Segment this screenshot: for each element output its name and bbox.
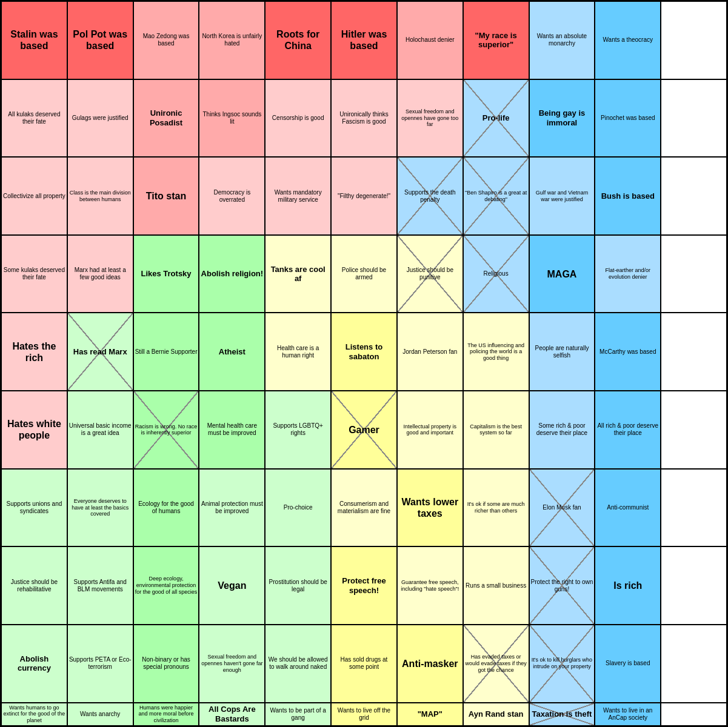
bingo-cell-61: Intellectual property is good and import…: [397, 391, 463, 469]
bingo-cell-49: Listens to sabaton: [331, 313, 397, 391]
bingo-cell-32: [661, 157, 727, 235]
bingo-cell-6: Holochaust denier: [397, 1, 463, 79]
bingo-cell-95: Has evaded taxes or would evade taxes if…: [463, 625, 529, 703]
bingo-cell-87: [661, 546, 727, 625]
bingo-cell-101: Humans were happier and more moral befor…: [133, 703, 199, 726]
bingo-cell-72: Wants lower taxes: [397, 469, 463, 547]
bingo-cell-0: Stalin was based: [1, 1, 67, 79]
bingo-cell-104: Wants to live off the grid: [331, 703, 397, 726]
bingo-cell-3: North Korea is unfairly hated: [199, 1, 265, 79]
bingo-cell-23: Class is the main division between human…: [67, 157, 133, 235]
bingo-cell-55: Hates white people: [1, 391, 67, 469]
political-compass-bingo: Stalin was basedPol Pot was basedMao Zed…: [0, 0, 728, 727]
bingo-cell-73: It's ok if some are much richer than oth…: [463, 469, 529, 547]
bingo-cell-29: "Ben Shapiro is a great at debating": [463, 157, 529, 235]
bingo-cell-66: Supports unions and syndicates: [1, 469, 67, 547]
bingo-cell-33: Some kulaks deserved their fate: [1, 235, 67, 313]
bingo-cell-96: It's ok to kill burglars who intrude on …: [529, 625, 595, 703]
bingo-cell-82: Protect free speech!: [331, 546, 397, 625]
bingo-cell-92: We should be allowed to walk around nake…: [265, 625, 331, 703]
bingo-cell-40: Religious: [463, 235, 529, 313]
bingo-cell-77: Justice should be rehabilitative: [1, 546, 67, 625]
bingo-cell-99: Wants humans to go extinct for the good …: [1, 703, 67, 726]
bingo-cell-108: Wants to live in an AnCap society: [595, 703, 661, 726]
bingo-cell-54: [661, 313, 727, 391]
bingo-cell-4: Roots for China: [265, 1, 331, 79]
bingo-cell-11: All kulaks deserved their fate: [1, 79, 67, 158]
bingo-cell-14: Thinks Ingsoc sounds lit: [199, 79, 265, 158]
bingo-cell-51: The US influencing and policing the worl…: [463, 313, 529, 391]
bingo-cell-84: Runs a small business: [463, 546, 529, 625]
bingo-cell-50: Jordan Peterson fan: [397, 313, 463, 391]
bingo-cell-22: Collectivize all property: [1, 157, 67, 235]
bingo-cell-79: Deep ecology, environmental protection f…: [133, 546, 199, 625]
bingo-cell-94: Anti-masker: [397, 625, 463, 703]
bingo-cell-67: Everyone deserves to have at least the b…: [67, 469, 133, 547]
bingo-cell-71: Consumerism and materialism are fine: [331, 469, 397, 547]
bingo-cell-38: Police should be armed: [331, 235, 397, 313]
bingo-cell-76: [661, 469, 727, 547]
bingo-cell-1: Pol Pot was based: [67, 1, 133, 79]
bingo-cell-42: Flat-earther and/or evolution denier: [595, 235, 661, 313]
bingo-cell-36: Abolish religion!: [199, 235, 265, 313]
bingo-cell-59: Supports LGBTQ+ rights: [265, 391, 331, 469]
bingo-cell-21: [661, 79, 727, 158]
bingo-cell-89: Supports PETA or Eco-terrorism: [67, 625, 133, 703]
bingo-cell-75: Anti-communist: [595, 469, 661, 547]
bingo-cell-9: Wants a theocracy: [595, 1, 661, 79]
bingo-cell-74: Elon Musk fan: [529, 469, 595, 547]
bingo-cell-31: Bush is based: [595, 157, 661, 235]
bingo-cell-16: Unironically thinks Fascism is good: [331, 79, 397, 158]
bingo-cell-85: Protect the right to own guns!: [529, 546, 595, 625]
bingo-cell-65: [661, 391, 727, 469]
bingo-cell-62: Capitalism is the best system so far: [463, 391, 529, 469]
bingo-cell-106: Ayn Rand stan: [463, 703, 529, 726]
bingo-cell-27: "Filthy degenerate!": [331, 157, 397, 235]
bingo-cell-30: Gulf war and Vietnam war were justified: [529, 157, 595, 235]
bingo-cell-7: "My race is superior": [463, 1, 529, 79]
bingo-cell-39: Justice should be punitive: [397, 235, 463, 313]
bingo-cell-17: Sexual freedom and opennes have gone too…: [397, 79, 463, 158]
bingo-cell-52: People are naturally selfish: [529, 313, 595, 391]
bingo-cell-60: Gamer: [331, 391, 397, 469]
bingo-cell-107: Taxation is theft: [529, 703, 595, 726]
bingo-cell-70: Pro-choice: [265, 469, 331, 547]
bingo-cell-100: Wants anarchy: [67, 703, 133, 726]
bingo-cell-15: Censorship is good: [265, 79, 331, 158]
bingo-cell-91: Sexual freedom and opennes haven't gone …: [199, 625, 265, 703]
bingo-cell-20: Pinochet was based: [595, 79, 661, 158]
bingo-cell-103: Wants to be part of a gang: [265, 703, 331, 726]
bingo-cell-58: Mental health care must be improved: [199, 391, 265, 469]
bingo-cell-90: Non-binary or has special pronouns: [133, 625, 199, 703]
bingo-cell-10: [661, 1, 727, 79]
bingo-cell-102: All Cops Are Bastards: [199, 703, 265, 726]
bingo-cell-86: Is rich: [595, 546, 661, 625]
bingo-cell-46: Still a Bernie Supporter: [133, 313, 199, 391]
bingo-cell-64: All rich & poor deserve their place: [595, 391, 661, 469]
bingo-cell-57: Racism is wrong. No race is inherently s…: [133, 391, 199, 469]
bingo-cell-41: MAGA: [529, 235, 595, 313]
bingo-cell-97: Slavery is based: [595, 625, 661, 703]
bingo-cell-81: Prostitution should be legal: [265, 546, 331, 625]
bingo-cell-44: Hates the rich: [1, 313, 67, 391]
bingo-cell-68: Ecology for the good of humans: [133, 469, 199, 547]
bingo-cell-47: Atheist: [199, 313, 265, 391]
bingo-cell-105: "MAP": [397, 703, 463, 726]
bingo-cell-48: Health care is a human right: [265, 313, 331, 391]
bingo-cell-2: Mao Zedong was based: [133, 1, 199, 79]
bingo-cell-43: [661, 235, 727, 313]
bingo-cell-56: Universal basic income is a great idea: [67, 391, 133, 469]
bingo-cell-53: McCarthy was based: [595, 313, 661, 391]
bingo-cell-8: Wants an absolute monarchy: [529, 1, 595, 79]
bingo-cell-78: Supports Antifa and BLM movements: [67, 546, 133, 625]
bingo-cell-13: Unironic Posadist: [133, 79, 199, 158]
bingo-cell-69: Animal protection must be improved: [199, 469, 265, 547]
bingo-cell-63: Some rich & poor deserve their place: [529, 391, 595, 469]
bingo-cell-24: Tito stan: [133, 157, 199, 235]
bingo-cell-37: Tanks are cool af: [265, 235, 331, 313]
bingo-cell-98: [661, 625, 727, 703]
bingo-cell-12: Gulags were justified: [67, 79, 133, 158]
bingo-cell-19: Being gay is immoral: [529, 79, 595, 158]
bingo-cell-83: Guarantee free speech, including "hate s…: [397, 546, 463, 625]
bingo-cell-26: Wants mandatory military service: [265, 157, 331, 235]
